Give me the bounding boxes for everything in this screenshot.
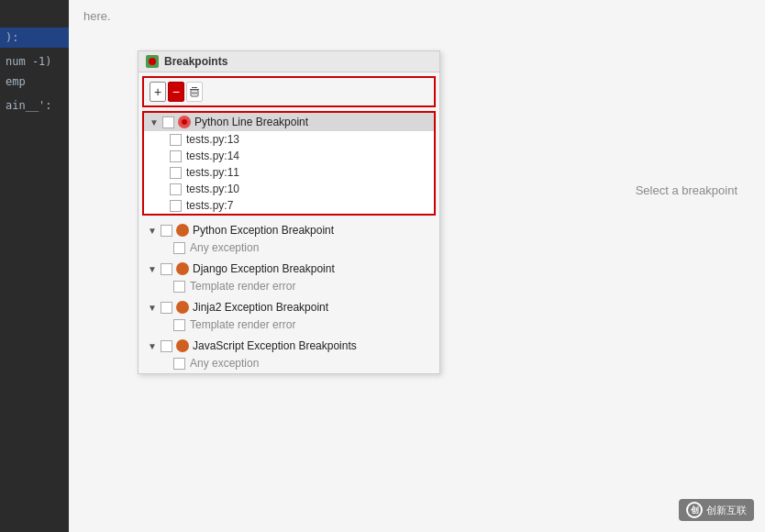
chevron-icon: ▼ (148, 264, 157, 274)
jinja2-exception-group: ▼ Jinja2 Exception Breakpoint Template r… (139, 296, 439, 335)
bp-checkbox[interactable] (170, 183, 182, 195)
bp-checkbox[interactable] (170, 134, 182, 146)
code-panel: ): num -1) emp ain__': (0, 0, 69, 532)
bp-item-label: tests.py:13 (186, 133, 239, 146)
panel-icon (146, 55, 159, 68)
javascript-exception-icon (176, 339, 189, 352)
panel-title: Breakpoints (164, 55, 227, 68)
chevron-icon: ▼ (148, 341, 157, 351)
toolbar: + − (142, 76, 436, 107)
code-line: emp (0, 72, 69, 92)
bp-checkbox[interactable] (161, 302, 172, 314)
code-line: num -1) (0, 51, 69, 72)
svg-point-0 (149, 58, 156, 65)
bp-subitem-label: Any exception (190, 357, 259, 370)
bp-item[interactable]: tests.py:13 (144, 131, 434, 148)
bp-subitem-label: Template render error (190, 280, 295, 293)
bp-subitem[interactable]: Any exception (142, 239, 436, 256)
watermark: 创 创新互联 (679, 499, 754, 521)
bp-checkbox[interactable] (173, 319, 185, 331)
javascript-exception-label: JavaScript Exception Breakpoints (193, 339, 357, 352)
bp-item[interactable]: tests.py:10 (144, 181, 434, 197)
jinja2-exception-label: Jinja2 Exception Breakpoint (193, 301, 328, 314)
svg-point-10 (180, 305, 185, 310)
chevron-icon: ▼ (150, 117, 159, 127)
bp-checkbox[interactable] (161, 263, 172, 275)
python-line-section: ▼ Python Line Breakpoint tests.py:13 tes… (142, 111, 436, 216)
django-exception-icon (176, 262, 189, 275)
bp-subitem[interactable]: Template render error (142, 278, 436, 294)
watermark-icon: 创 (686, 502, 703, 518)
delete-breakpoint-button[interactable] (186, 82, 203, 102)
django-exception-group: ▼ Django Exception Breakpoint Template r… (139, 258, 439, 296)
bp-item-label: tests.py:11 (186, 166, 239, 179)
python-exception-label: Python Exception Breakpoint (193, 224, 334, 237)
bp-item-label: tests.py:14 (186, 150, 239, 162)
svg-point-7 (182, 119, 187, 125)
python-exception-header[interactable]: ▼ Python Exception Breakpoint (142, 221, 436, 239)
svg-point-11 (180, 343, 185, 349)
python-exception-icon (176, 224, 189, 237)
bp-checkbox[interactable] (170, 200, 182, 212)
jinja2-exception-header[interactable]: ▼ Jinja2 Exception Breakpoint (142, 298, 436, 316)
bp-subitem-label: Any exception (190, 241, 259, 254)
django-exception-header[interactable]: ▼ Django Exception Breakpoint (142, 260, 436, 278)
breakpoints-panel: Breakpoints + − ▼ (138, 50, 440, 374)
django-exception-label: Django Exception Breakpoint (193, 262, 335, 275)
bp-item[interactable]: tests.py:11 (144, 164, 434, 181)
code-line: ain__': (0, 95, 69, 116)
bp-subitem[interactable]: Template render error (142, 316, 436, 333)
svg-rect-2 (192, 87, 197, 88)
bp-subitem[interactable]: Any exception (142, 355, 436, 371)
bp-checkbox[interactable] (173, 242, 185, 254)
svg-point-9 (180, 266, 185, 272)
code-line: ): (0, 28, 69, 48)
watermark-text: 创新互联 (706, 504, 747, 517)
chevron-icon: ▼ (148, 226, 157, 236)
bp-item[interactable]: tests.py:7 (144, 197, 434, 214)
python-exception-group: ▼ Python Exception Breakpoint Any except… (139, 219, 439, 258)
bp-checkbox[interactable] (170, 167, 182, 179)
bp-checkbox[interactable] (170, 150, 182, 162)
bp-checkbox[interactable] (173, 281, 185, 293)
bp-subitem-label: Template render error (190, 318, 295, 331)
javascript-exception-group: ▼ JavaScript Exception Breakpoints Any e… (139, 335, 439, 373)
python-line-label: Python Line Breakpoint (194, 116, 308, 128)
bp-checkbox[interactable] (173, 358, 185, 370)
bp-checkbox[interactable] (161, 340, 172, 352)
jinja2-exception-icon (176, 301, 189, 314)
main-area: here. Breakpoints + − (69, 0, 765, 532)
watermark-symbol: 创 (691, 504, 699, 516)
remove-breakpoint-button[interactable]: − (168, 82, 184, 102)
bp-item-label: tests.py:10 (186, 183, 239, 195)
python-line-icon (178, 116, 191, 128)
javascript-exception-header[interactable]: ▼ JavaScript Exception Breakpoints (142, 337, 436, 355)
add-breakpoint-button[interactable]: + (150, 82, 166, 102)
python-line-checkbox[interactable] (162, 116, 174, 128)
top-hint: here. (69, 0, 765, 32)
svg-point-8 (180, 227, 185, 233)
bp-item[interactable]: tests.py:14 (144, 148, 434, 164)
bp-item-label: tests.py:7 (186, 199, 233, 212)
right-hint: Select a breakpoint (636, 183, 737, 197)
python-line-header[interactable]: ▼ Python Line Breakpoint (144, 113, 434, 131)
chevron-icon: ▼ (148, 303, 157, 313)
panel-title-bar: Breakpoints (139, 51, 439, 72)
bp-checkbox[interactable] (161, 225, 172, 237)
